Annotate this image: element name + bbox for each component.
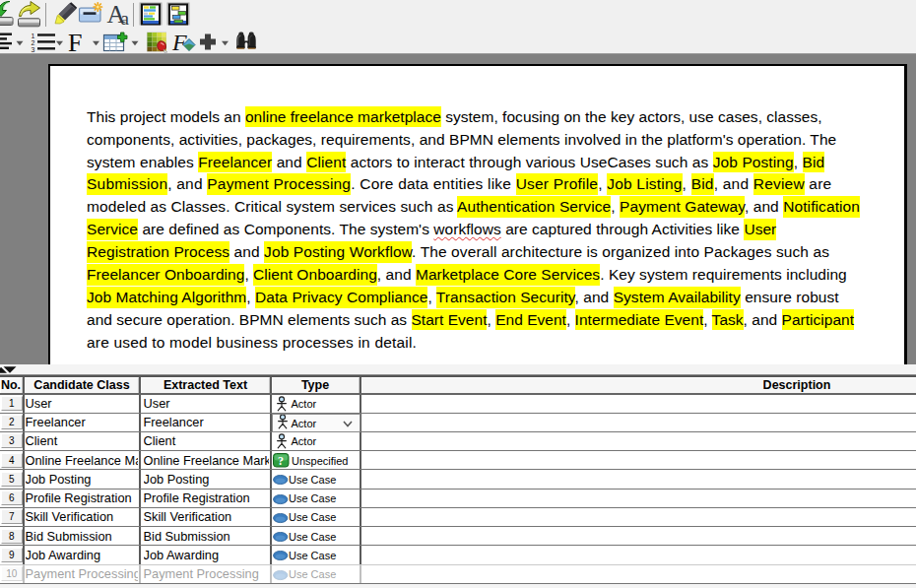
svg-text:a: a	[121, 8, 130, 29]
svg-text:3: 3	[32, 46, 35, 53]
svg-text:F: F	[171, 30, 187, 53]
svg-text:F: F	[68, 29, 82, 53]
svg-text:2: 2	[32, 39, 35, 46]
svg-text:1: 1	[32, 33, 35, 39]
svg-text:?: ?	[278, 453, 284, 467]
